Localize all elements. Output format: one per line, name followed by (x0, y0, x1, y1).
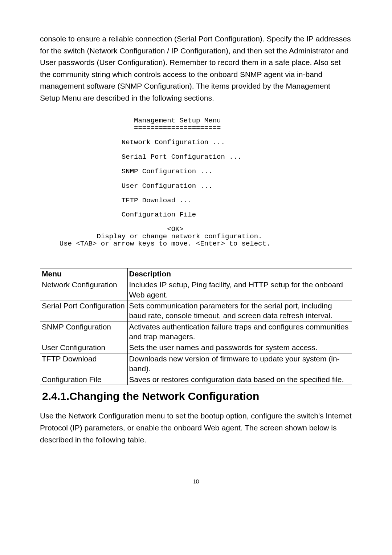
table-cell-menu: Serial Port Configuration (40, 300, 128, 321)
terminal-item: Network Configuration ... (51, 138, 225, 146)
table-cell-description: Saves or restores configuration data bas… (127, 374, 352, 385)
terminal-ok: <OK> (51, 225, 184, 233)
table-row: Serial Port Configuration Sets communica… (40, 300, 352, 321)
intro-paragraph: console to ensure a reliable connection … (40, 33, 352, 104)
table-row: Network Configuration Includes IP setup,… (40, 279, 352, 300)
section-heading: 2.4.1.Changing the Network Configuration (42, 390, 352, 402)
menu-description-table: Menu Description Network Configuration I… (40, 268, 352, 385)
table-header-description: Description (127, 268, 352, 279)
page: console to ensure a reliable connection … (0, 0, 392, 499)
table-cell-menu: Network Configuration (40, 279, 128, 300)
table-cell-menu: TFTP Download (40, 353, 128, 374)
terminal-divider: ===================== (51, 124, 221, 132)
table-cell-description: Downloads new version of firmware to upd… (127, 353, 352, 374)
terminal-screenshot: Management Setup Menu ==================… (40, 110, 352, 257)
terminal-hint: Display or change network configuration. (51, 232, 262, 240)
table-cell-description: Includes IP setup, Ping facility, and HT… (127, 279, 352, 300)
table-cell-description: Activates authentication failure traps a… (127, 321, 352, 342)
terminal-item: User Configuration ... (51, 182, 213, 190)
outro-paragraph: Use the Network Configuration menu to se… (40, 410, 352, 446)
table-row: User Configuration Sets the user names a… (40, 342, 352, 353)
terminal-item: Serial Port Configuration ... (51, 153, 242, 161)
table-cell-menu: User Configuration (40, 342, 128, 353)
terminal-item: TFTP Download ... (51, 197, 192, 204)
table-header-row: Menu Description (40, 268, 352, 279)
terminal-item: Configuration File (51, 211, 196, 219)
table-row: Configuration File Saves or restores con… (40, 374, 352, 385)
table-cell-description: Sets the user names and passwords for sy… (127, 342, 352, 353)
terminal-item: SNMP Configuration ... (51, 167, 213, 175)
table-cell-menu: SNMP Configuration (40, 321, 128, 342)
terminal-hint: Use <TAB> or arrow keys to move. <Enter>… (51, 240, 270, 248)
table-row: TFTP Download Downloads new version of f… (40, 353, 352, 374)
table-row: SNMP Configuration Activates authenticat… (40, 321, 352, 342)
table-cell-description: Sets communication parameters for the se… (127, 300, 352, 321)
terminal-title: Management Setup Menu (51, 117, 221, 125)
table-cell-menu: Configuration File (40, 374, 128, 385)
table-header-menu: Menu (40, 268, 128, 279)
page-number: 18 (40, 478, 352, 485)
